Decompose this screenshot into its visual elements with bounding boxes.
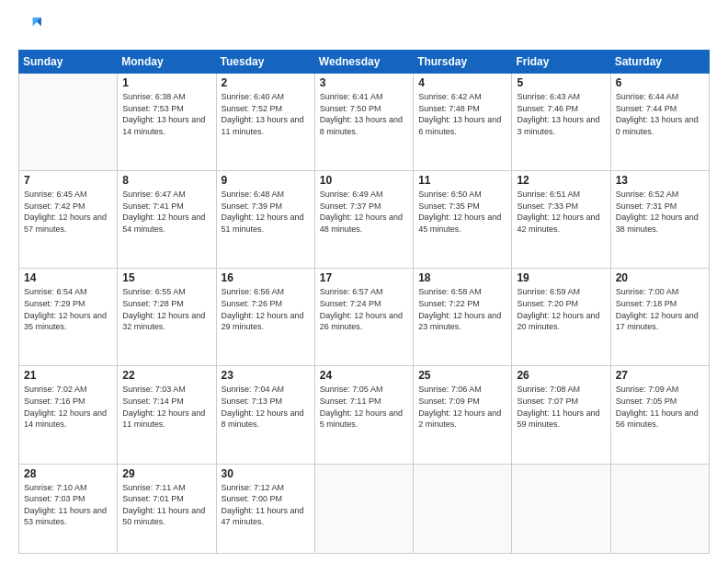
weekday-header: Saturday [610,51,709,74]
day-detail: Sunrise: 6:57 AMSunset: 7:24 PMDaylight:… [320,286,408,332]
calendar-cell [512,464,610,553]
calendar-cell: 27Sunrise: 7:09 AMSunset: 7:05 PMDayligh… [610,366,709,464]
day-detail: Sunrise: 6:47 AMSunset: 7:41 PMDaylight:… [122,189,210,235]
calendar-cell: 18Sunrise: 6:58 AMSunset: 7:22 PMDayligh… [414,269,512,366]
day-number: 23 [222,369,310,382]
day-detail: Sunrise: 6:45 AMSunset: 7:42 PMDaylight:… [24,189,112,235]
calendar-cell [610,464,709,553]
day-detail: Sunrise: 6:38 AMSunset: 7:53 PMDaylight:… [122,91,210,137]
day-detail: Sunrise: 6:51 AMSunset: 7:33 PMDaylight:… [517,189,605,235]
day-detail: Sunrise: 7:03 AMSunset: 7:14 PMDaylight:… [122,384,210,430]
calendar-cell: 17Sunrise: 6:57 AMSunset: 7:24 PMDayligh… [314,269,413,366]
day-detail: Sunrise: 7:12 AMSunset: 7:00 PMDaylight:… [222,482,310,528]
day-detail: Sunrise: 7:08 AMSunset: 7:07 PMDaylight:… [517,384,605,430]
calendar-cell: 25Sunrise: 7:06 AMSunset: 7:09 PMDayligh… [414,366,512,464]
day-number: 21 [24,369,112,382]
calendar-cell: 30Sunrise: 7:12 AMSunset: 7:00 PMDayligh… [216,464,314,553]
day-detail: Sunrise: 7:02 AMSunset: 7:16 PMDaylight:… [24,384,112,430]
calendar-cell: 16Sunrise: 6:56 AMSunset: 7:26 PMDayligh… [216,269,314,366]
calendar-cell: 6Sunrise: 6:44 AMSunset: 7:44 PMDaylight… [610,74,709,171]
day-number: 28 [24,467,112,480]
calendar-cell [19,74,118,171]
day-number: 5 [517,76,605,89]
calendar-cell: 8Sunrise: 6:47 AMSunset: 7:41 PMDaylight… [118,171,216,269]
day-number: 11 [418,174,506,187]
calendar-table: SundayMondayTuesdayWednesdayThursdayFrid… [18,50,710,554]
calendar-cell: 20Sunrise: 7:00 AMSunset: 7:18 PMDayligh… [610,269,709,366]
day-detail: Sunrise: 7:09 AMSunset: 7:05 PMDaylight:… [616,384,704,430]
day-detail: Sunrise: 6:54 AMSunset: 7:29 PMDaylight:… [24,286,112,332]
day-number: 10 [320,174,408,187]
day-detail: Sunrise: 6:52 AMSunset: 7:31 PMDaylight:… [616,189,704,235]
day-detail: Sunrise: 6:49 AMSunset: 7:37 PMDaylight:… [320,189,408,235]
day-number: 19 [517,271,605,284]
day-number: 13 [616,174,704,187]
day-number: 3 [320,76,408,89]
day-number: 6 [616,76,704,89]
calendar-cell: 9Sunrise: 6:48 AMSunset: 7:39 PMDaylight… [216,171,314,269]
calendar-cell: 19Sunrise: 6:59 AMSunset: 7:20 PMDayligh… [512,269,610,366]
day-detail: Sunrise: 7:00 AMSunset: 7:18 PMDaylight:… [616,286,704,332]
day-number: 12 [517,174,605,187]
calendar-cell [414,464,512,553]
day-detail: Sunrise: 6:55 AMSunset: 7:28 PMDaylight:… [122,286,210,332]
header [18,15,710,40]
logo-icon [18,15,44,40]
calendar-cell: 29Sunrise: 7:11 AMSunset: 7:01 PMDayligh… [118,464,216,553]
calendar-cell: 13Sunrise: 6:52 AMSunset: 7:31 PMDayligh… [610,171,709,269]
day-detail: Sunrise: 7:10 AMSunset: 7:03 PMDaylight:… [24,482,112,528]
day-number: 9 [222,174,310,187]
weekday-header: Sunday [19,51,118,74]
calendar-cell: 11Sunrise: 6:50 AMSunset: 7:35 PMDayligh… [414,171,512,269]
day-number: 29 [122,467,210,480]
day-number: 14 [24,271,112,284]
calendar-cell: 23Sunrise: 7:04 AMSunset: 7:13 PMDayligh… [216,366,314,464]
day-number: 1 [122,76,210,89]
day-number: 20 [616,271,704,284]
calendar-cell: 4Sunrise: 6:42 AMSunset: 7:48 PMDaylight… [414,74,512,171]
day-detail: Sunrise: 6:50 AMSunset: 7:35 PMDaylight:… [418,189,506,235]
day-detail: Sunrise: 7:04 AMSunset: 7:13 PMDaylight:… [222,384,310,430]
day-number: 26 [517,369,605,382]
day-number: 4 [418,76,506,89]
day-number: 24 [320,369,408,382]
day-detail: Sunrise: 7:05 AMSunset: 7:11 PMDaylight:… [320,384,408,430]
weekday-header: Wednesday [314,51,413,74]
day-detail: Sunrise: 6:58 AMSunset: 7:22 PMDaylight:… [418,286,506,332]
day-detail: Sunrise: 6:40 AMSunset: 7:52 PMDaylight:… [222,91,310,137]
logo [18,15,48,40]
day-detail: Sunrise: 6:56 AMSunset: 7:26 PMDaylight:… [222,286,310,332]
weekday-header: Thursday [414,51,512,74]
calendar-cell: 14Sunrise: 6:54 AMSunset: 7:29 PMDayligh… [19,269,118,366]
calendar-cell: 5Sunrise: 6:43 AMSunset: 7:46 PMDaylight… [512,74,610,171]
day-number: 27 [616,369,704,382]
day-number: 7 [24,174,112,187]
calendar-cell: 2Sunrise: 6:40 AMSunset: 7:52 PMDaylight… [216,74,314,171]
day-detail: Sunrise: 6:43 AMSunset: 7:46 PMDaylight:… [517,91,605,137]
day-number: 22 [122,369,210,382]
calendar-cell: 21Sunrise: 7:02 AMSunset: 7:16 PMDayligh… [19,366,118,464]
day-number: 15 [122,271,210,284]
day-detail: Sunrise: 6:59 AMSunset: 7:20 PMDaylight:… [517,286,605,332]
calendar-cell: 28Sunrise: 7:10 AMSunset: 7:03 PMDayligh… [19,464,118,553]
day-number: 16 [222,271,310,284]
day-number: 2 [222,76,310,89]
calendar-cell: 1Sunrise: 6:38 AMSunset: 7:53 PMDaylight… [118,74,216,171]
calendar-cell: 10Sunrise: 6:49 AMSunset: 7:37 PMDayligh… [314,171,413,269]
weekday-header: Friday [512,51,610,74]
day-detail: Sunrise: 7:11 AMSunset: 7:01 PMDaylight:… [122,482,210,528]
page: SundayMondayTuesdayWednesdayThursdayFrid… [0,0,728,563]
calendar-cell: 26Sunrise: 7:08 AMSunset: 7:07 PMDayligh… [512,366,610,464]
calendar-cell: 15Sunrise: 6:55 AMSunset: 7:28 PMDayligh… [118,269,216,366]
weekday-header: Monday [118,51,216,74]
day-number: 25 [418,369,506,382]
calendar-cell: 7Sunrise: 6:45 AMSunset: 7:42 PMDaylight… [19,171,118,269]
calendar-cell: 24Sunrise: 7:05 AMSunset: 7:11 PMDayligh… [314,366,413,464]
day-detail: Sunrise: 6:42 AMSunset: 7:48 PMDaylight:… [418,91,506,137]
weekday-header: Tuesday [216,51,314,74]
calendar-cell: 22Sunrise: 7:03 AMSunset: 7:14 PMDayligh… [118,366,216,464]
day-detail: Sunrise: 6:48 AMSunset: 7:39 PMDaylight:… [222,189,310,235]
calendar-cell [314,464,413,553]
day-number: 8 [122,174,210,187]
day-detail: Sunrise: 6:41 AMSunset: 7:50 PMDaylight:… [320,91,408,137]
